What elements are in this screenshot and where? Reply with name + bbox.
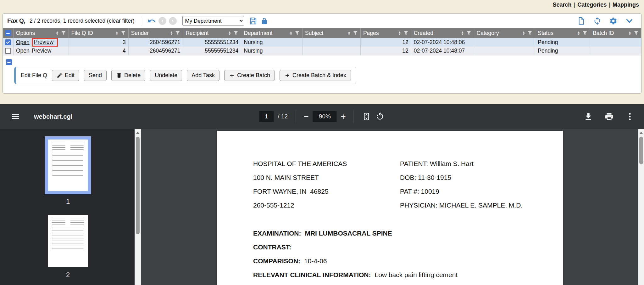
more-vertical-icon[interactable]: [625, 112, 635, 121]
link-separator: |: [572, 2, 577, 8]
menu-icon[interactable]: [11, 112, 20, 121]
filter-funnel-icon[interactable]: [295, 31, 300, 36]
cell-subject: [303, 38, 361, 47]
document-scrollbar-thumb[interactable]: [639, 137, 643, 164]
undelete-button[interactable]: Undelete: [150, 70, 182, 81]
edit-button[interactable]: Edit: [52, 70, 79, 81]
top-link-search[interactable]: Search: [553, 2, 572, 8]
prev-record-icon[interactable]: ‹: [158, 17, 166, 25]
create-batch-index-button[interactable]: Create Batch & Index: [280, 70, 351, 81]
clear-filter-link[interactable]: clear filter: [109, 18, 133, 24]
thumbnail-page-preview: [48, 215, 88, 267]
document-patient-line: PAT #: 10019: [400, 185, 523, 198]
filter-funnel-icon[interactable]: [527, 31, 532, 36]
zoom-out-icon[interactable]: −: [304, 112, 309, 121]
filter-funnel-icon[interactable]: [353, 31, 358, 36]
settings-gear-icon[interactable]: [609, 17, 618, 25]
fit-page-icon[interactable]: [362, 112, 371, 121]
document-section-line: CONTRAST:: [253, 240, 458, 254]
column-header-category: Category▲▼: [474, 28, 536, 38]
page-number-input[interactable]: [259, 111, 274, 122]
document-scrollbar[interactable]: [638, 129, 644, 285]
thumbnail-text-lines: [52, 143, 84, 150]
thumbnail-text-lines: [52, 228, 83, 252]
column-header-status: Status▲▼: [535, 28, 590, 38]
cell-recipient: 55555551234: [183, 47, 241, 55]
preview-link[interactable]: Preview: [32, 48, 51, 54]
cell-select: [3, 38, 14, 47]
scroll-up-icon[interactable]: [136, 132, 140, 134]
fax-queue-panel: Fax Q, 2 / 2 records, 1 record selected …: [3, 13, 641, 94]
rotate-counterclockwise-icon[interactable]: [375, 112, 385, 121]
record-count-text: 2 / 2 records, 1 record selected (: [28, 18, 109, 24]
cell-batch_id: [590, 38, 641, 47]
lock-icon[interactable]: [260, 17, 269, 25]
filter-funnel-icon[interactable]: [634, 31, 639, 36]
cell-sender: 2604596271: [129, 47, 183, 55]
save-icon[interactable]: [249, 17, 258, 25]
filter-funnel-icon[interactable]: [121, 31, 126, 36]
refresh-icon[interactable]: [593, 17, 602, 25]
thumbnail-1[interactable]: [45, 136, 91, 194]
filter-funnel-icon[interactable]: [175, 31, 180, 36]
open-link[interactable]: Open: [16, 39, 30, 46]
cell-options: OpenPreview: [14, 47, 69, 55]
collapse-chevron-icon[interactable]: [625, 17, 634, 25]
thumbnail-2[interactable]: [42, 212, 94, 270]
scroll-up-icon[interactable]: [639, 132, 643, 134]
next-record-icon[interactable]: ›: [169, 17, 177, 25]
row-select-checkbox[interactable]: [5, 39, 11, 45]
cell-department: Nursing: [241, 47, 303, 55]
record-count-close: ): [133, 18, 135, 24]
plus-icon: [229, 72, 235, 78]
table-row[interactable]: OpenPreview3260459627155555551234Nursing…: [3, 38, 641, 47]
select-all-bottom-checkbox[interactable]: [6, 59, 12, 65]
cell-recipient: 55555551234: [183, 38, 241, 47]
filter-funnel-icon[interactable]: [61, 31, 66, 36]
sort-icon[interactable]: ▲▼: [522, 31, 525, 35]
cell-batch_id: [590, 47, 641, 55]
table-row[interactable]: OpenPreview4260459627155555551234Nursing…: [3, 47, 641, 55]
filter-funnel-icon[interactable]: [466, 31, 471, 36]
print-icon[interactable]: [604, 112, 614, 121]
sidebar-scrollbar[interactable]: [135, 129, 141, 285]
top-nav: Search | Categories | Mappings: [552, 2, 640, 8]
sort-icon[interactable]: ▲▼: [170, 31, 173, 35]
cell-status: Pending: [535, 38, 590, 47]
top-link-categories[interactable]: Categories: [577, 2, 607, 8]
delete-button[interactable]: Delete: [111, 70, 145, 81]
sort-icon[interactable]: ▲▼: [628, 31, 631, 35]
sort-icon[interactable]: ▲▼: [228, 31, 231, 35]
zoom-in-icon[interactable]: +: [341, 112, 346, 121]
sort-icon[interactable]: ▲▼: [115, 31, 119, 35]
add-task-button[interactable]: Add Task: [187, 70, 219, 81]
cell-status: Pending: [535, 47, 590, 55]
fax-queue-toolbar: Fax Q, 2 / 2 records, 1 record selected …: [3, 14, 641, 28]
select-all-checkbox[interactable]: [5, 30, 11, 36]
sort-icon[interactable]: ▲▼: [347, 31, 351, 35]
toolbar-divider: [296, 110, 296, 123]
filter-funnel-icon[interactable]: [582, 31, 587, 36]
sort-icon[interactable]: ▲▼: [461, 31, 464, 35]
sort-icon[interactable]: ▲▼: [398, 31, 401, 35]
top-link-mappings[interactable]: Mappings: [613, 2, 639, 8]
page-title: Fax Q,: [7, 17, 25, 24]
open-link[interactable]: Open: [16, 48, 30, 54]
row-select-checkbox[interactable]: [5, 48, 11, 54]
preview-link[interactable]: Preview: [34, 39, 53, 45]
filter-funnel-icon[interactable]: [233, 31, 238, 36]
sort-icon[interactable]: ▲▼: [56, 31, 59, 35]
sort-icon[interactable]: ▲▼: [289, 31, 292, 35]
sort-icon[interactable]: ▲▼: [577, 31, 580, 35]
pdf-page: HOSPITAL OF THE AMERICAS100 N. MAIN STRE…: [217, 131, 563, 285]
undo-icon[interactable]: [147, 17, 156, 25]
sidebar-scrollbar-thumb[interactable]: [136, 137, 140, 234]
document-patient-line: PHYSICIAN: MICHAEL E. SAMPLE, M.D.: [400, 198, 523, 212]
download-icon[interactable]: [584, 112, 593, 121]
new-document-icon[interactable]: [577, 17, 586, 25]
filter-funnel-icon[interactable]: [403, 31, 408, 36]
create-batch-button[interactable]: Create Batch: [224, 70, 275, 81]
filter-preset-select[interactable]: My Department: [182, 16, 244, 26]
column-header-sender: Sender▲▼: [129, 28, 183, 38]
send-button[interactable]: Send: [84, 70, 107, 81]
